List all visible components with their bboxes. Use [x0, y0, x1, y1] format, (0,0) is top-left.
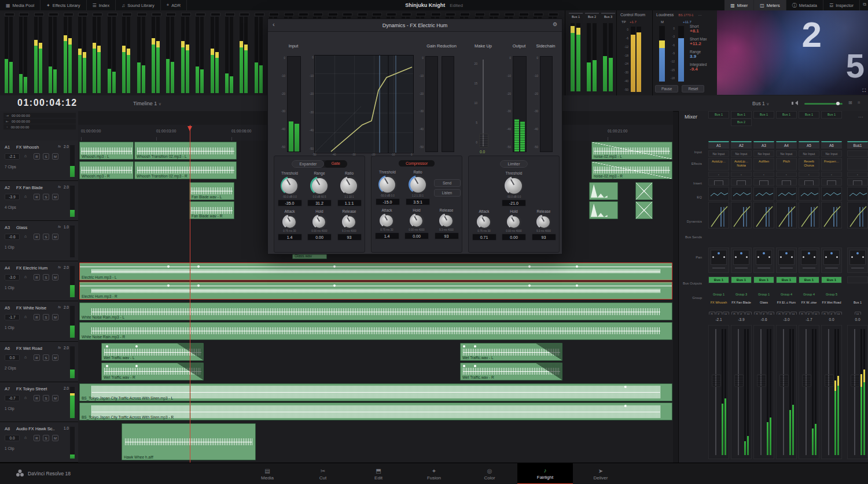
- fade-out-handle[interactable]: [536, 343, 562, 360]
- strip-slot[interactable]: •: [847, 172, 868, 177]
- mixer-strip-a1[interactable]: A1No InputAutoLip…•Bus 1Bus 1Group 1FX W…: [708, 111, 730, 463]
- audio-clip[interactable]: noise-02.mp3 - L: [591, 142, 672, 160]
- track-arm-button[interactable]: R: [34, 435, 40, 441]
- strip-bus-sends[interactable]: Bus 1: [708, 111, 730, 126]
- strip-dynamics-thumb[interactable]: [708, 202, 729, 228]
- strip-input[interactable]: [847, 150, 868, 157]
- strip-effects[interactable]: AutoLip…: [708, 158, 729, 171]
- track-volume-db[interactable]: -0.7: [5, 395, 20, 401]
- strip-solo-button[interactable]: S: [784, 312, 790, 315]
- strip-arm-button[interactable]: R: [777, 312, 783, 315]
- loudness-menu-icon[interactable]: ⋯: [698, 13, 701, 17]
- automation-point[interactable]: [333, 285, 336, 287]
- strip-slot[interactable]: •: [708, 172, 729, 177]
- track-arm-button[interactable]: R: [34, 274, 40, 280]
- dialog-titlebar[interactable]: ‹ Dynamics - FX Electric Hum ⚙: [268, 19, 562, 32]
- strip-insert[interactable]: [708, 178, 729, 186]
- track-mute-button[interactable]: M: [52, 354, 58, 361]
- automation-point[interactable]: [474, 345, 476, 348]
- track-lock-icon[interactable]: ⌂: [24, 435, 27, 439]
- strip-solo-button[interactable]: S: [716, 312, 722, 315]
- strip-mute-button[interactable]: M: [723, 312, 729, 315]
- knob-control[interactable]: [312, 215, 327, 229]
- track-arm-button[interactable]: R: [34, 234, 40, 240]
- automation-point[interactable]: [106, 365, 108, 367]
- knob-control[interactable]: [439, 213, 454, 228]
- strip-slot[interactable]: •: [776, 172, 797, 177]
- toggle-gate[interactable]: Gate: [324, 160, 347, 168]
- window-icon[interactable]: ⧉: [863, 2, 866, 8]
- fader-track[interactable]: [828, 329, 829, 455]
- audio-clip[interactable]: [589, 182, 618, 200]
- strip-solo-button[interactable]: S: [806, 312, 812, 315]
- strip-pan[interactable]: [753, 247, 774, 273]
- playhead-marker[interactable]: [187, 126, 192, 131]
- playhead-line[interactable]: [190, 125, 190, 463]
- knob-control[interactable]: [310, 176, 329, 195]
- track-volume-db[interactable]: 0.0: [5, 354, 20, 361]
- monitor-source-selector[interactable]: Bus 1 ∨: [752, 101, 769, 106]
- audio-clip[interactable]: [635, 201, 653, 219]
- knob-control[interactable]: [410, 213, 424, 228]
- knob-control[interactable]: [340, 176, 359, 195]
- timeline-selector[interactable]: Timeline 1 ∨: [133, 101, 161, 106]
- strip-pan[interactable]: [821, 247, 842, 273]
- strip-bus-sends[interactable]: Bus 1: [821, 111, 843, 126]
- strip-group[interactable]: Group 4: [776, 291, 797, 297]
- track-solo-button[interactable]: S: [43, 314, 49, 320]
- send-button[interactable]: Send: [434, 179, 461, 187]
- track-lock-icon[interactable]: ⌂: [24, 355, 27, 359]
- track-solo-button[interactable]: S: [43, 395, 49, 401]
- pan-dot-center[interactable]: [808, 252, 810, 254]
- bus-send[interactable]: Bus 1: [731, 111, 752, 119]
- nav-effects-library[interactable]: ✦Effects Library: [41, 0, 87, 10]
- strip-arm-button[interactable]: R: [731, 312, 738, 315]
- automation-point[interactable]: [463, 345, 465, 348]
- strip-bus-output[interactable]: Bus 1: [776, 276, 797, 283]
- track-header-a8[interactable]: A8Audio FX Hawk Sc..1.00.0⌂RSM1 Clip: [0, 422, 78, 463]
- strip-insert[interactable]: [731, 178, 752, 186]
- strip-pan[interactable]: [708, 247, 729, 273]
- knob-value[interactable]: 0.00: [404, 232, 429, 239]
- automation-point[interactable]: [528, 285, 531, 287]
- track-solo-button[interactable]: S: [43, 354, 49, 361]
- strip-arm-button[interactable]: R: [799, 312, 806, 315]
- strip-mute-button[interactable]: M: [813, 312, 819, 315]
- strip-bus-output[interactable]: Bus 1: [799, 276, 819, 283]
- strip-mute-button[interactable]: M: [790, 312, 797, 315]
- bus-send[interactable]: Bus 1: [708, 111, 729, 119]
- dialog-back-icon[interactable]: ‹: [273, 21, 275, 28]
- audio-clip[interactable]: Whoosh.mp3 - L: [79, 142, 134, 160]
- audio-clip[interactable]: White Noise Rain.mp3 - L: [79, 302, 672, 320]
- audio-clip[interactable]: Whoosh.mp3 - R: [79, 161, 134, 179]
- automation-point[interactable]: [135, 345, 138, 348]
- automation-point[interactable]: [474, 365, 476, 367]
- strip-eq-thumb[interactable]: [821, 187, 842, 201]
- fader-handle[interactable]: [757, 374, 766, 387]
- loudness-reset-button[interactable]: Reset: [682, 85, 704, 93]
- viewer-expand-icon[interactable]: ⛶: [862, 88, 866, 94]
- pan-dot-center[interactable]: [740, 252, 742, 254]
- automation-point[interactable]: [167, 285, 170, 287]
- knob-value[interactable]: 1.4: [278, 234, 302, 241]
- audio-clip[interactable]: BS_Tokyo Japan City Traffic Across With …: [79, 383, 672, 401]
- strip-solo-button[interactable]: S: [761, 312, 767, 315]
- knob-control[interactable]: [281, 176, 299, 195]
- mixer-strip-bus1[interactable]: Bus1•Bus 1M0.0: [847, 111, 868, 463]
- track-solo-button[interactable]: S: [43, 435, 49, 441]
- track-header-a6[interactable]: A6FX Wet Roadfx2.00.0⌂RSM2 Clips: [0, 342, 78, 382]
- strip-bus-sends[interactable]: Bus 1: [753, 111, 775, 126]
- knob-value[interactable]: 1.1:1: [337, 199, 362, 206]
- bus-send[interactable]: Bus 1: [776, 111, 797, 119]
- track-header-a5[interactable]: A5FX White Noisefx2.0-1.7⌂RSM1 Clip: [0, 301, 78, 342]
- strip-input[interactable]: No Input: [776, 150, 797, 157]
- fader-track[interactable]: [760, 329, 762, 455]
- automation-point[interactable]: [333, 265, 336, 268]
- speaker-icon[interactable]: [792, 101, 797, 106]
- track-solo-button[interactable]: S: [43, 274, 49, 280]
- track-lock-icon[interactable]: ⌂: [24, 275, 27, 279]
- strip-bus-sends[interactable]: Bus 1: [775, 111, 797, 126]
- pan-dot-center[interactable]: [830, 252, 833, 254]
- bus-send[interactable]: Bus 1: [799, 111, 819, 119]
- fader-handle[interactable]: [802, 374, 811, 387]
